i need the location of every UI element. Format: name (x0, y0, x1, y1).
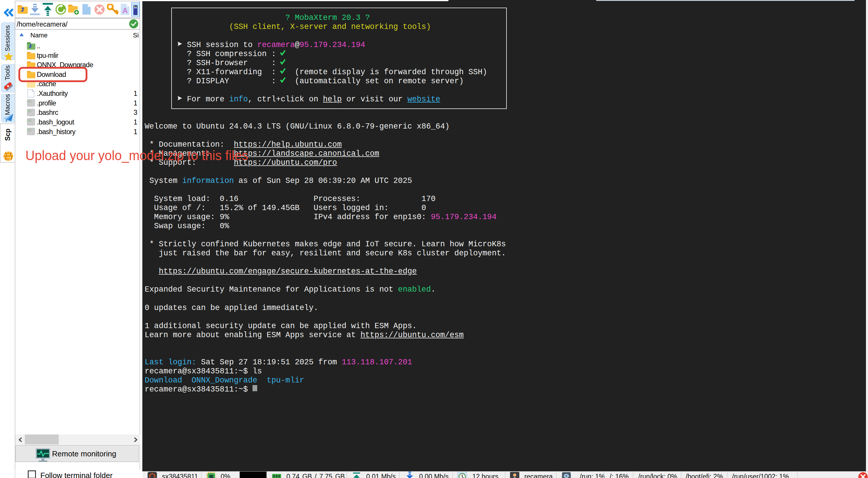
svg-text:A: A (122, 6, 128, 15)
